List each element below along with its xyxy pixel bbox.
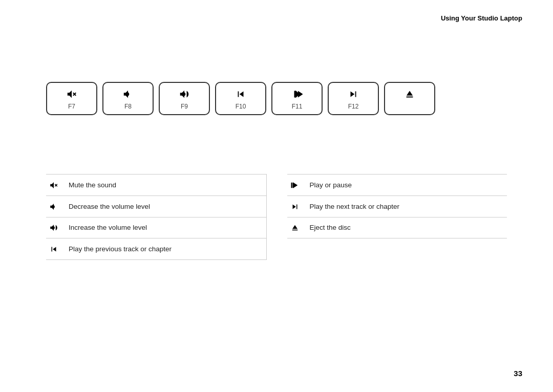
- legend-eject-text: Eject the disc: [310, 224, 351, 231]
- legend-row-eject: Eject the disc: [287, 217, 507, 239]
- legend-col-right: Play or pause Play the next track or cha…: [267, 174, 507, 260]
- play-pause-icon: [291, 88, 303, 100]
- page-number: 33: [514, 369, 522, 378]
- legend-prev-icon: [46, 244, 61, 254]
- key-f8-label: F8: [124, 103, 132, 110]
- next-icon: [348, 88, 359, 100]
- legend-vol-up-icon: [46, 223, 61, 233]
- legend-prev-text: Play the previous track or chapter: [69, 245, 172, 253]
- legend-row-prev: Play the previous track or chapter: [46, 238, 266, 260]
- legend-play-pause-icon: [287, 180, 303, 190]
- legend-row-next: Play the next track or chapter: [287, 195, 507, 217]
- legend-col-left: Mute the sound Decrease the volume level: [46, 174, 267, 260]
- legend-row-play-pause: Play or pause: [287, 174, 507, 195]
- vol-up-icon: [179, 88, 190, 100]
- key-f11-label: F11: [292, 103, 303, 110]
- key-f12-label: F12: [348, 103, 359, 110]
- legend-vol-up-text: Increase the volume level: [69, 224, 147, 231]
- legend-section: Mute the sound Decrease the volume level: [46, 174, 507, 260]
- key-f12: F12: [328, 82, 379, 115]
- prev-icon: [235, 88, 246, 100]
- key-f11: F11: [271, 82, 323, 115]
- legend-next-icon: [287, 202, 303, 211]
- key-f8: F8: [102, 82, 154, 115]
- key-f7-label: F7: [68, 103, 75, 110]
- page-header: Using Your Studio Laptop: [441, 14, 522, 22]
- legend-play-pause-text: Play or pause: [310, 181, 352, 189]
- legend-row-vol-down: Decrease the volume level: [46, 195, 266, 217]
- legend-columns: Mute the sound Decrease the volume level: [46, 174, 507, 260]
- svg-rect-5: [291, 183, 292, 188]
- svg-rect-6: [292, 183, 293, 188]
- mute-icon: [66, 88, 77, 100]
- keys-section: F7 F8 F9 F10: [46, 82, 507, 115]
- eject-key-icon: [404, 88, 415, 100]
- legend-row-mute: Mute the sound: [46, 174, 266, 195]
- legend-vol-down-icon: [46, 202, 61, 211]
- header-title: Using Your Studio Laptop: [441, 14, 522, 22]
- key-f10-label: F10: [236, 103, 246, 110]
- key-f9-label: F9: [181, 103, 188, 110]
- legend-mute-icon: [46, 180, 61, 190]
- key-f10: F10: [215, 82, 266, 115]
- key-f7: F7: [46, 82, 97, 115]
- key-eject: [384, 82, 435, 115]
- legend-row-vol-up: Increase the volume level: [46, 217, 266, 238]
- legend-mute-text: Mute the sound: [69, 181, 116, 189]
- key-f9: F9: [159, 82, 210, 115]
- legend-eject-icon: [287, 223, 303, 233]
- legend-next-text: Play the next track or chapter: [310, 203, 400, 210]
- legend-vol-down-text: Decrease the volume level: [69, 203, 150, 210]
- vol-down-icon: [122, 88, 134, 100]
